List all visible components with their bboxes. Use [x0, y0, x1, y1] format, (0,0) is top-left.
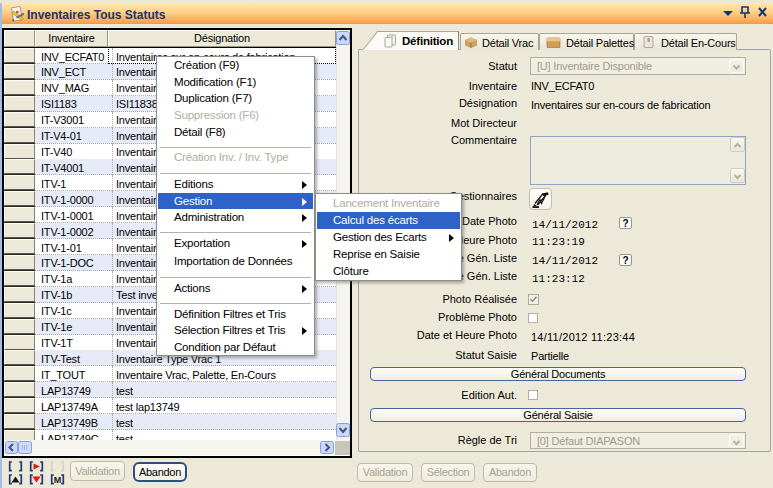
svg-text:M: M: [54, 475, 62, 485]
